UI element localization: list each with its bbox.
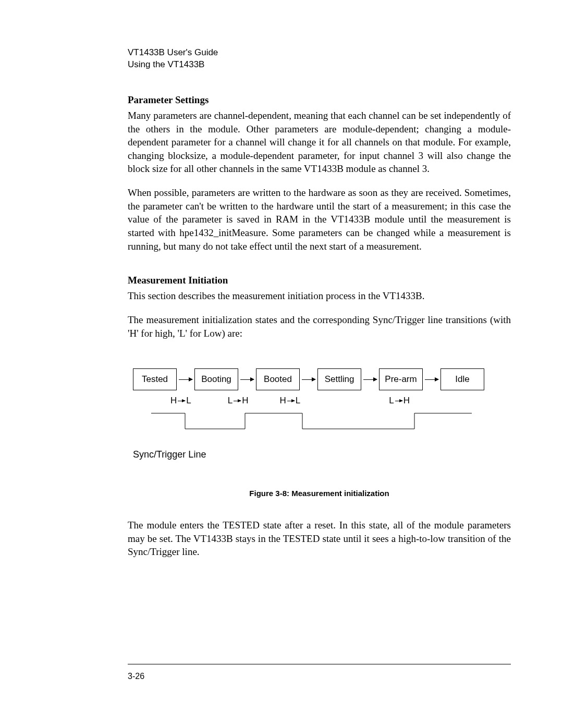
transition-2: L H xyxy=(228,396,249,406)
arrow-icon xyxy=(234,401,241,401)
state-tested: Tested xyxy=(133,368,177,390)
page-header: VT1433B User's Guide Using the VT1433B xyxy=(128,47,511,71)
sync-trigger-line-label: Sync/Trigger Line xyxy=(133,449,511,460)
state-booting: Booting xyxy=(194,368,238,390)
transition-3: H L xyxy=(280,396,301,406)
arrow-icon xyxy=(395,401,402,401)
arrow-icon xyxy=(302,379,315,380)
page-footer: 3-26 xyxy=(128,664,511,681)
state-settling: Settling xyxy=(317,368,361,390)
state-row: Tested Booting Booted Settling Pre-arm I… xyxy=(133,368,511,390)
state-prearm: Pre-arm xyxy=(379,368,423,390)
arrow-icon xyxy=(363,379,377,380)
transition-1-to: L xyxy=(186,396,191,406)
transition-3-from: H xyxy=(280,396,286,406)
transition-3-to: L xyxy=(296,396,300,406)
page-number: 3-26 xyxy=(128,672,144,681)
measurement-initiation-para-2: The measurement initialization states an… xyxy=(128,313,511,340)
waveform-icon xyxy=(133,408,498,437)
arrow-icon xyxy=(240,379,254,380)
parameter-settings-heading: Parameter Settings xyxy=(128,94,511,106)
header-line-2: Using the VT1433B xyxy=(128,59,511,71)
state-idle: Idle xyxy=(440,368,484,390)
header-line-1: VT1433B User's Guide xyxy=(128,47,511,59)
arrow-icon xyxy=(425,379,438,380)
transition-4: L H xyxy=(389,396,410,406)
transition-1-from: H xyxy=(170,396,177,406)
transition-4-from: L xyxy=(389,396,394,406)
post-figure-para: The module enters the TESTED state after… xyxy=(128,519,511,559)
transition-2-to: H xyxy=(242,396,248,406)
figure-caption: Figure 3-8: Measurement initialization xyxy=(128,489,511,498)
parameter-settings-para-1: Many parameters are channel-dependent, m… xyxy=(128,109,511,176)
sync-trigger-waveform xyxy=(133,408,511,447)
transition-1: H L xyxy=(170,396,191,406)
arrow-icon xyxy=(287,401,295,401)
transition-2-from: L xyxy=(228,396,232,406)
arrow-icon xyxy=(179,379,192,380)
state-diagram: Tested Booting Booted Settling Pre-arm I… xyxy=(128,368,511,460)
parameter-settings-para-2: When possible, parameters are written to… xyxy=(128,186,511,253)
transition-4-to: H xyxy=(403,396,410,406)
measurement-initiation-heading: Measurement Initiation xyxy=(128,275,511,286)
page: VT1433B User's Guide Using the VT1433B P… xyxy=(0,0,563,728)
state-booted: Booted xyxy=(256,368,300,390)
transition-labels: H L L H H L L H xyxy=(133,396,511,406)
arrow-icon xyxy=(178,401,185,401)
measurement-initiation-para-1: This section describes the measurement i… xyxy=(128,289,511,303)
